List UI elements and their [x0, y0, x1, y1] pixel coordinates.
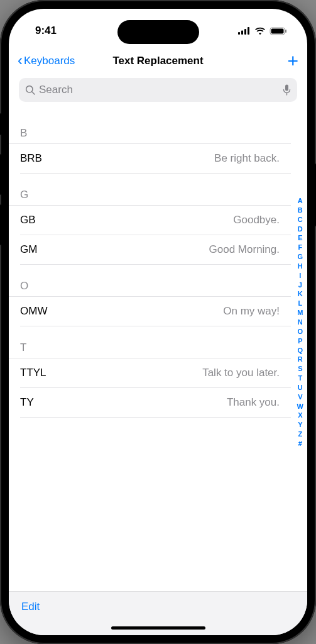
- index-letter[interactable]: O: [297, 327, 303, 336]
- index-letter[interactable]: L: [297, 299, 303, 308]
- svg-rect-9: [285, 85, 288, 91]
- table-row[interactable]: BRBBe right back.: [9, 144, 291, 173]
- index-letter[interactable]: #: [297, 439, 303, 448]
- index-letter[interactable]: I: [297, 271, 303, 280]
- section-header: O: [9, 265, 291, 297]
- index-letter[interactable]: C: [297, 215, 303, 225]
- index-letter[interactable]: N: [297, 318, 303, 327]
- nav-bar: ‹ Keyboards Text Replacement +: [9, 47, 307, 75]
- index-letter[interactable]: Y: [297, 420, 303, 430]
- chevron-left-icon: ‹: [18, 53, 23, 68]
- svg-rect-2: [244, 29, 246, 35]
- index-letter[interactable]: D: [297, 225, 303, 234]
- section-header: G: [9, 174, 291, 206]
- battery-icon: [270, 27, 287, 35]
- dynamic-island: [117, 20, 199, 44]
- table-row[interactable]: GMGood Morning.: [9, 235, 291, 264]
- wifi-icon: [254, 27, 266, 35]
- search-field[interactable]: [19, 78, 297, 102]
- search-icon: [25, 85, 35, 95]
- add-button[interactable]: +: [287, 52, 298, 70]
- index-letter[interactable]: H: [297, 262, 303, 271]
- index-letter[interactable]: A: [297, 196, 303, 206]
- table-row[interactable]: OMWOn my way!: [9, 297, 291, 326]
- index-letter[interactable]: W: [297, 402, 303, 411]
- cellular-icon: [238, 27, 251, 35]
- phone-frame: 9:41 ‹ Keyboards Text Replacement +: [0, 0, 316, 644]
- status-time: 9:41: [35, 25, 57, 37]
- index-letter[interactable]: V: [297, 392, 303, 402]
- svg-rect-0: [238, 32, 240, 35]
- svg-rect-1: [241, 31, 243, 35]
- svg-line-8: [32, 92, 35, 94]
- index-letter[interactable]: E: [297, 233, 303, 243]
- section-header: T: [9, 326, 291, 358]
- phrase-text: Thank you.: [227, 396, 280, 409]
- index-bar[interactable]: ABCDEFGHIJKLMNOPQRSTUVWXYZ#: [297, 196, 303, 448]
- phrase-text: Good Morning.: [209, 243, 280, 256]
- svg-rect-5: [271, 28, 284, 33]
- table-row[interactable]: GBGoodbye.: [9, 206, 291, 235]
- index-letter[interactable]: K: [297, 289, 303, 299]
- index-letter[interactable]: B: [297, 206, 303, 215]
- svg-rect-6: [285, 30, 286, 33]
- shortcut-text: TTYL: [20, 367, 46, 379]
- shortcut-text: GB: [20, 214, 36, 226]
- index-letter[interactable]: T: [297, 374, 303, 383]
- back-label: Keyboards: [24, 55, 75, 67]
- phrase-text: Goodbye.: [233, 214, 280, 226]
- index-letter[interactable]: Q: [297, 346, 303, 355]
- shortcut-text: TY: [20, 396, 34, 409]
- svg-rect-3: [248, 27, 249, 35]
- shortcut-text: OMW: [20, 305, 47, 318]
- mic-icon[interactable]: [283, 84, 291, 96]
- index-letter[interactable]: F: [297, 243, 303, 252]
- index-letter[interactable]: P: [297, 336, 303, 346]
- index-letter[interactable]: M: [297, 308, 303, 318]
- content-area: BBRBBe right back.GGBGoodbye.GMGood Morn…: [9, 108, 307, 591]
- edit-button[interactable]: Edit: [21, 601, 40, 613]
- phrase-text: Talk to you later.: [202, 367, 280, 379]
- phrase-text: Be right back.: [214, 152, 280, 165]
- index-letter[interactable]: J: [297, 280, 303, 290]
- index-letter[interactable]: R: [297, 355, 303, 364]
- section-header: B: [9, 108, 291, 144]
- home-indicator[interactable]: [111, 626, 205, 630]
- index-letter[interactable]: S: [297, 364, 303, 374]
- page-title: Text Replacement: [112, 55, 203, 67]
- table-row[interactable]: TTYLTalk to you later.: [9, 358, 291, 387]
- table-row[interactable]: TYThank you.: [9, 388, 291, 417]
- index-letter[interactable]: G: [297, 252, 303, 262]
- back-button[interactable]: ‹ Keyboards: [18, 54, 75, 68]
- shortcut-text: GM: [20, 243, 37, 256]
- plus-icon: +: [287, 50, 298, 71]
- screen: 9:41 ‹ Keyboards Text Replacement +: [9, 9, 307, 635]
- index-letter[interactable]: X: [297, 411, 303, 420]
- shortcut-text: BRB: [20, 152, 42, 165]
- phrase-text: On my way!: [223, 305, 280, 318]
- search-input[interactable]: [39, 84, 279, 96]
- index-letter[interactable]: U: [297, 383, 303, 392]
- index-letter[interactable]: Z: [297, 430, 303, 439]
